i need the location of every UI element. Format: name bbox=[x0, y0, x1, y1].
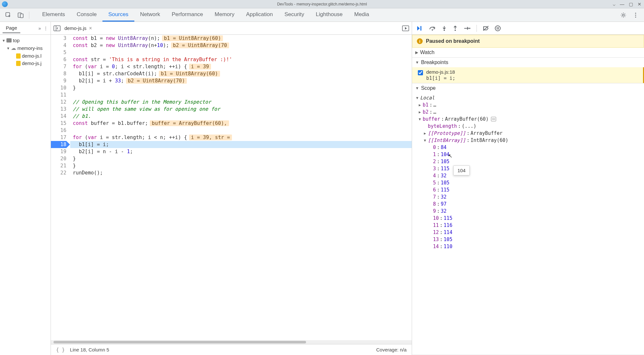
code-editor[interactable]: 345678910111213141516171819202122 const … bbox=[51, 35, 412, 340]
tab-application[interactable]: Application bbox=[240, 8, 279, 22]
watch-section[interactable]: ▶Watch bbox=[412, 48, 644, 58]
gutter-line[interactable]: 10 bbox=[51, 84, 66, 91]
deactivate-breakpoints-button[interactable] bbox=[483, 25, 489, 31]
tab-memory[interactable]: Memory bbox=[209, 8, 240, 22]
gutter-line[interactable]: 18 bbox=[51, 141, 66, 148]
step-out-button[interactable] bbox=[453, 25, 458, 31]
editor-scrollbar-h[interactable] bbox=[51, 340, 412, 344]
tab-network[interactable]: Network bbox=[134, 8, 166, 22]
gutter-line[interactable]: 14 bbox=[51, 113, 66, 120]
gutter-line[interactable]: 8 bbox=[51, 70, 66, 77]
code-line[interactable]: const str = 'This is a string in the Arr… bbox=[70, 56, 412, 63]
gutter-line[interactable]: 3 bbox=[51, 35, 66, 42]
tab-lighthouse[interactable]: Lighthouse bbox=[310, 8, 348, 22]
tree-domain[interactable]: ▼ ☁ memory-ins bbox=[0, 44, 51, 52]
code-line[interactable]: const b2 = new Uint8Array(n+10);b2 = Uin… bbox=[70, 42, 412, 49]
toggle-navigator-icon[interactable] bbox=[53, 25, 61, 31]
code-line[interactable]: // b1. bbox=[70, 113, 412, 120]
gutter-line[interactable]: 4 bbox=[51, 42, 66, 49]
tree-top-frame[interactable]: ▼ top bbox=[0, 37, 51, 44]
window-minimize-caret-icon[interactable]: ⌵ bbox=[613, 2, 615, 7]
code-line[interactable]: b1[i] = str.charCodeAt(i);b1 = Uint8Arra… bbox=[70, 70, 412, 77]
editor-file-tab[interactable]: demo-js.js × bbox=[63, 22, 93, 34]
scope-row[interactable]: ▶b1: … bbox=[412, 101, 644, 108]
code-line[interactable] bbox=[70, 127, 412, 134]
gutter-line[interactable]: 6 bbox=[51, 56, 66, 63]
gutter-line[interactable]: 5 bbox=[51, 49, 66, 56]
gutter-line[interactable]: 12 bbox=[51, 98, 66, 106]
code-line[interactable]: b2[i] = n - i - 1; bbox=[70, 148, 412, 155]
scope-row[interactable]: byteLength: (...) bbox=[412, 123, 644, 130]
memory-inspector-icon[interactable] bbox=[491, 117, 496, 121]
scope-row[interactable]: ▼[[Int8Array]]: Int8Array(60) bbox=[412, 137, 644, 144]
code-line[interactable] bbox=[70, 49, 412, 56]
window-close-icon[interactable]: ✕ bbox=[638, 2, 641, 7]
tab-media[interactable]: Media bbox=[349, 8, 375, 22]
tab-sources[interactable]: Sources bbox=[102, 8, 134, 22]
gutter-line[interactable]: 13 bbox=[51, 106, 66, 113]
tree-file-1[interactable]: demo-js.j bbox=[0, 60, 51, 67]
gutter-line[interactable]: 20 bbox=[51, 155, 66, 162]
settings-icon[interactable] bbox=[620, 11, 627, 19]
code-line[interactable]: // Opening this buffer in the Memory Ins… bbox=[70, 98, 412, 106]
code-line[interactable]: // will open the same view as for openin… bbox=[70, 106, 412, 113]
scope-row[interactable]: 2: 105 bbox=[412, 158, 644, 165]
code-line[interactable]: const buffer = b1.buffer;buffer = ArrayB… bbox=[70, 120, 412, 127]
scope-row[interactable]: ▶[[Prototype]]: ArrayBuffer bbox=[412, 130, 644, 137]
scope-row[interactable]: 8: 97 bbox=[412, 201, 644, 208]
code-line[interactable] bbox=[70, 91, 412, 98]
page-tab[interactable]: Page bbox=[3, 23, 20, 33]
code-line[interactable]: for (var i = str.length; i < n; ++i) {i … bbox=[70, 134, 412, 141]
scope-row[interactable]: 10: 115 bbox=[412, 215, 644, 222]
scope-row[interactable]: 14: 110 bbox=[412, 243, 644, 250]
gutter-line[interactable]: 15 bbox=[51, 120, 66, 127]
code-line[interactable]: } bbox=[70, 155, 412, 162]
scope-row[interactable]: 5: 105 bbox=[412, 179, 644, 186]
tab-performance[interactable]: Performance bbox=[166, 8, 209, 22]
breakpoint-item[interactable]: demo-js.js:18 b1[i] = i; bbox=[412, 67, 644, 83]
scope-row[interactable]: 13: 105 bbox=[412, 236, 644, 243]
step-over-button[interactable] bbox=[429, 25, 436, 31]
gutter-line[interactable]: 11 bbox=[51, 91, 66, 98]
breakpoints-header[interactable]: ▼Breakpoints bbox=[412, 58, 644, 67]
scope-row[interactable]: 12: 114 bbox=[412, 229, 644, 236]
code-line[interactable]: for (var i = 0; i < str.length; ++i) {i … bbox=[70, 63, 412, 70]
navigator-more-tabs-icon[interactable]: » bbox=[38, 26, 41, 31]
scope-header[interactable]: ▼Scope bbox=[412, 83, 644, 93]
scope-row[interactable]: 7: 32 bbox=[412, 193, 644, 201]
scope-row[interactable]: 3: 115 bbox=[412, 165, 644, 172]
code-line[interactable]: } bbox=[70, 162, 412, 169]
scope-row[interactable]: 4: 32 bbox=[412, 172, 644, 179]
scope-row[interactable]: ▼buffer: ArrayBuffer(60) bbox=[412, 116, 644, 123]
scope-row[interactable]: 1: 104 bbox=[412, 151, 644, 158]
code-line[interactable]: b1[i] = i; bbox=[70, 141, 412, 148]
device-toolbar-icon[interactable] bbox=[17, 11, 24, 19]
code-line[interactable]: } bbox=[70, 84, 412, 91]
scope-row[interactable]: ▶b2: … bbox=[412, 108, 644, 116]
gutter-line[interactable]: 21 bbox=[51, 162, 66, 169]
pretty-print-icon[interactable]: { } bbox=[56, 347, 65, 353]
gutter-line[interactable]: 22 bbox=[51, 169, 66, 176]
tab-security[interactable]: Security bbox=[279, 8, 310, 22]
window-minimize-icon[interactable]: — bbox=[620, 2, 624, 7]
tab-console[interactable]: Console bbox=[71, 8, 102, 22]
resume-button[interactable] bbox=[417, 25, 423, 31]
tab-elements[interactable]: Elements bbox=[36, 8, 71, 22]
gutter-line[interactable]: 7 bbox=[51, 63, 66, 70]
scope-row[interactable]: 0: 84 bbox=[412, 144, 644, 151]
step-button[interactable] bbox=[464, 25, 471, 31]
more-menu-icon[interactable] bbox=[632, 11, 639, 19]
scope-row[interactable]: ▼Local bbox=[412, 94, 644, 101]
close-tab-icon[interactable]: × bbox=[89, 25, 92, 31]
gutter-line[interactable]: 17 bbox=[51, 134, 66, 141]
inspect-element-icon[interactable] bbox=[5, 11, 12, 19]
navigator-menu-icon[interactable]: ⋮ bbox=[43, 26, 48, 31]
step-into-button[interactable] bbox=[442, 25, 447, 31]
gutter-line[interactable]: 16 bbox=[51, 127, 66, 134]
pause-on-exceptions-button[interactable] bbox=[495, 25, 501, 31]
tree-file-0[interactable]: demo-js.l bbox=[0, 52, 51, 60]
scope-row[interactable]: 11: 116 bbox=[412, 222, 644, 229]
code-line[interactable]: runDemo(); bbox=[70, 169, 412, 176]
gutter-line[interactable]: 19 bbox=[51, 148, 66, 155]
gutter-line[interactable]: 9 bbox=[51, 77, 66, 84]
